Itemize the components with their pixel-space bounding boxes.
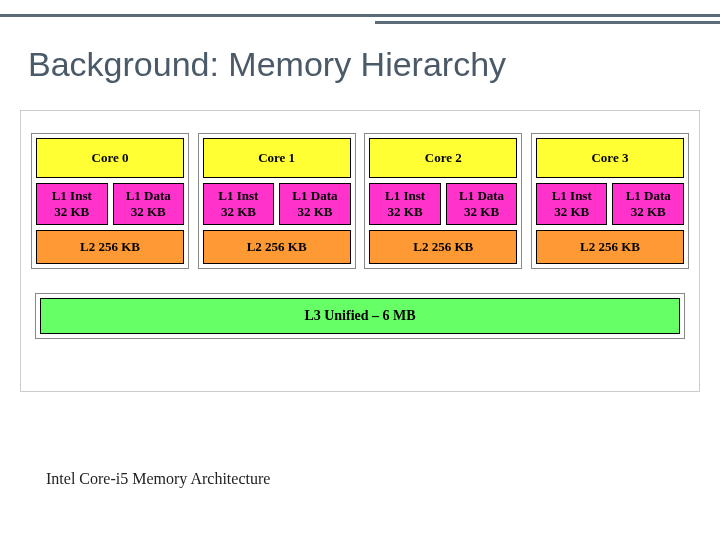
memory-hierarchy-diagram: Core 0 L1 Inst32 KB L1 Data32 KB L2 256 … <box>20 110 700 392</box>
slide-header-rule <box>0 0 720 30</box>
core-0-l1-inst: L1 Inst32 KB <box>36 183 108 225</box>
l3-container: L3 Unified – 6 MB <box>35 293 685 339</box>
core-3-l1-row: L1 Inst32 KB L1 Data32 KB <box>536 183 684 225</box>
core-1-block: Core 1 <box>203 138 351 178</box>
core-0-l1-row: L1 Inst32 KB L1 Data32 KB <box>36 183 184 225</box>
core-1-l2: L2 256 KB <box>203 230 351 264</box>
core-2-l1-row: L1 Inst32 KB L1 Data32 KB <box>369 183 517 225</box>
core-column-3: Core 3 L1 Inst32 KB L1 Data32 KB L2 256 … <box>531 133 689 269</box>
core-0-block: Core 0 <box>36 138 184 178</box>
core-3-block: Core 3 <box>536 138 684 178</box>
core-0-l2: L2 256 KB <box>36 230 184 264</box>
core-column-1: Core 1 L1 Inst32 KB L1 Data32 KB L2 256 … <box>198 133 356 269</box>
core-0-l1-data: L1 Data32 KB <box>113 183 185 225</box>
rule-short <box>375 21 720 24</box>
core-2-block: Core 2 <box>369 138 517 178</box>
core-column-2: Core 2 L1 Inst32 KB L1 Data32 KB L2 256 … <box>364 133 522 269</box>
core-1-l1-inst: L1 Inst32 KB <box>203 183 275 225</box>
core-1-l1-row: L1 Inst32 KB L1 Data32 KB <box>203 183 351 225</box>
core-2-l1-data: L1 Data32 KB <box>446 183 518 225</box>
core-3-l1-inst: L1 Inst32 KB <box>536 183 608 225</box>
diagram-caption: Intel Core-i5 Memory Architecture <box>46 470 270 488</box>
core-2-l1-inst: L1 Inst32 KB <box>369 183 441 225</box>
slide-title: Background: Memory Hierarchy <box>28 45 506 84</box>
core-column-0: Core 0 L1 Inst32 KB L1 Data32 KB L2 256 … <box>31 133 189 269</box>
core-1-l1-data: L1 Data32 KB <box>279 183 351 225</box>
l3-unified-block: L3 Unified – 6 MB <box>40 298 680 334</box>
rule-long <box>0 14 720 17</box>
core-2-l2: L2 256 KB <box>369 230 517 264</box>
cores-row: Core 0 L1 Inst32 KB L1 Data32 KB L2 256 … <box>31 133 689 269</box>
core-3-l2: L2 256 KB <box>536 230 684 264</box>
core-3-l1-data: L1 Data32 KB <box>612 183 684 225</box>
